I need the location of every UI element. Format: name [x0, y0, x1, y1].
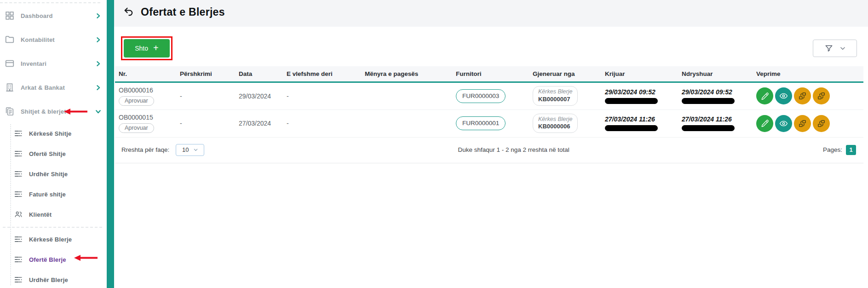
status-badge: Aprovuar: [119, 123, 154, 133]
sidebar-group-divider: [3, 227, 102, 228]
modified-datetime: 29/03/2024 09:52: [682, 88, 751, 96]
sidebar-item-label: Faturë shitje: [29, 191, 66, 198]
red-arrow-annotation: [74, 255, 98, 261]
generated-from-badge[interactable]: Kërkes Blerje KB0000007: [533, 86, 578, 106]
list-rows-icon: [14, 255, 23, 264]
status-badge: Aprovuar: [119, 96, 154, 106]
sidebar-item-inventari[interactable]: Inventari: [0, 52, 107, 75]
sidebar-item-urdher-shitje[interactable]: Urdhër Shitje: [0, 164, 107, 184]
cell-data: 27/03/2024: [235, 109, 283, 137]
redacted-name: [605, 98, 658, 104]
convert-to-invoice-button[interactable]: [813, 87, 830, 104]
sidebar-item-urdher-blerje[interactable]: Urdhër Blerje: [0, 270, 107, 288]
list-rows-icon: [14, 190, 23, 198]
bank-icon: [5, 82, 15, 92]
sidebar-item-kerkese-blerje[interactable]: Kërkesë Blerje: [0, 229, 107, 249]
cell-vlefshme: -: [283, 82, 361, 109]
column-header-menyra: Mënyra e pagesës: [361, 66, 452, 82]
clipboard-icon: [5, 106, 15, 116]
accent-divider-bar: [107, 0, 114, 288]
sidebar-item-kontabilitet[interactable]: Kontabilitet: [0, 28, 107, 52]
generated-source: Kërkes Blerje: [538, 88, 572, 96]
cell-pershkrimi: -: [176, 109, 235, 137]
offer-number: OB0000016: [119, 86, 174, 94]
chevron-right-icon: [95, 37, 101, 43]
page-number-button[interactable]: 1: [846, 145, 856, 155]
people-icon: [14, 210, 23, 219]
rows-per-page-select[interactable]: 10: [176, 144, 204, 156]
generated-reference: KB0000006: [538, 123, 572, 130]
eye-icon: [779, 119, 788, 128]
add-button-label: Shto: [135, 45, 148, 52]
modified-datetime: 27/03/2024 11:26: [682, 115, 751, 123]
list-rows-icon: [14, 129, 23, 138]
sidebar-item-arkat-bankat[interactable]: Arkat & Bankat: [0, 75, 107, 99]
app-window: Dashboard Kontabilitet Inventari: [0, 0, 868, 288]
sidebar: Dashboard Kontabilitet Inventari: [0, 0, 107, 288]
column-header-nr: Nr.: [115, 66, 176, 82]
supplier-badge[interactable]: FUR0000001: [456, 116, 506, 130]
main-content: Ofertat e Blerjes Shto +: [114, 0, 868, 288]
column-header-veprime: Veprime: [753, 66, 863, 82]
chevron-right-icon: [95, 61, 101, 67]
cell-menyra: [361, 82, 452, 109]
folder-icon: [5, 35, 15, 45]
rows-per-page-label: Rreshta për faqe:: [121, 146, 169, 153]
sidebar-item-label: Ofertë Shitje: [29, 150, 66, 157]
sidebar-item-klientet[interactable]: Klientët: [0, 204, 107, 225]
list-rows-icon: [14, 235, 23, 243]
column-header-ndryshuar: Ndryshuar: [678, 66, 753, 82]
sidebar-item-label: Inventari: [21, 60, 89, 67]
back-icon[interactable]: [123, 6, 134, 17]
generated-reference: KB0000007: [538, 96, 572, 103]
sidebar-item-label: Kërkesë Blerje: [29, 236, 72, 243]
sidebar-item-label: Klientët: [29, 211, 52, 218]
plus-icon: +: [153, 43, 159, 52]
pencil-icon: [761, 92, 769, 100]
document-transfer-icon: [817, 119, 826, 128]
table-footer: Rreshta për faqe: 10 Duke shfaqur 1 - 2 …: [115, 138, 863, 163]
document-transfer-icon: [817, 92, 826, 100]
list-rows-icon: [14, 276, 23, 284]
list-rows-icon: [14, 150, 23, 158]
filter-button[interactable]: [813, 40, 857, 57]
rows-per-page-value: 10: [182, 146, 189, 153]
sidebar-item-label: Urdhër Shitje: [29, 171, 68, 178]
sidebar-item-kerkese-shitje[interactable]: Kërkesë Shitje: [0, 123, 107, 144]
edit-button[interactable]: [756, 87, 773, 104]
add-button-highlight: Shto +: [121, 36, 172, 60]
sidebar-top-divider: [0, 2, 100, 3]
sidebar-item-label: Kontabilitet: [21, 36, 89, 43]
redacted-name: [605, 125, 658, 131]
pages-label: Pages:: [823, 146, 842, 153]
offer-number: OB0000015: [119, 114, 174, 121]
view-button[interactable]: [775, 115, 792, 132]
sidebar-item-dashboard[interactable]: Dashboard: [0, 4, 107, 28]
add-button[interactable]: Shto +: [124, 39, 170, 58]
column-header-data: Data: [235, 66, 283, 82]
page-title: Ofertat e Blerjes: [141, 6, 225, 18]
pencil-icon: [761, 119, 769, 127]
edit-button[interactable]: [756, 115, 773, 132]
eye-icon: [779, 92, 788, 100]
view-button[interactable]: [775, 87, 792, 104]
sidebar-item-label: Ofertë Blerje: [29, 256, 66, 263]
generated-from-badge[interactable]: Kërkes Blerje KB0000006: [533, 114, 578, 133]
toolbar: Shto +: [115, 27, 863, 66]
sidebar-item-label: Dashboard: [21, 12, 89, 19]
table-header-row: Nr. Përshkrimi Data E vlefshme deri Mëny…: [115, 66, 863, 82]
convert-to-order-button[interactable]: [794, 115, 811, 132]
convert-to-order-button[interactable]: [794, 87, 811, 104]
sidebar-item-oferte-shitje[interactable]: Ofertë Shitje: [0, 144, 107, 164]
chevron-down-icon: [95, 109, 101, 115]
chevron-right-icon: [95, 85, 101, 91]
table-row: OB0000015 Aprovuar - 27/03/2024 - FUR000…: [115, 109, 863, 137]
sidebar-item-shitjet-blerjet[interactable]: Shitjet & blerjet: [0, 99, 107, 123]
sidebar-item-fature-shitje[interactable]: Faturë shitje: [0, 184, 107, 204]
supplier-badge[interactable]: FUR0000003: [456, 89, 506, 103]
sidebar-item-label: Arkat & Bankat: [21, 84, 89, 91]
created-datetime: 27/03/2024 11:26: [605, 115, 676, 123]
convert-to-invoice-button[interactable]: [813, 115, 830, 132]
document-transfer-icon: [798, 119, 807, 128]
chevron-right-icon: [95, 13, 101, 19]
